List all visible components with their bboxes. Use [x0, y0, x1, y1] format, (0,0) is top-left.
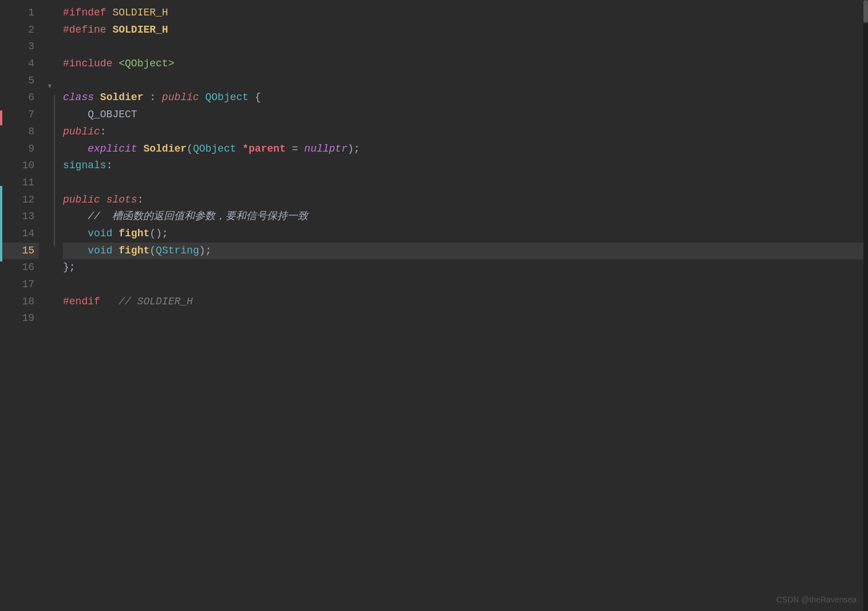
token-fight-15-close: );: [199, 243, 212, 260]
token-space4: [94, 89, 100, 106]
token-soldier-h-2: SOLDIER_H: [112, 22, 168, 39]
token-qobject-param: QObject: [193, 141, 236, 158]
token-qobject-macro: Q_OBJECT: [88, 106, 137, 124]
token-paren-open: (: [187, 141, 193, 158]
token-soldier-h-1: SOLDIER_H: [112, 5, 168, 22]
token-ifndef: #ifndef: [63, 5, 106, 22]
token-indent14: [63, 225, 88, 243]
ln-12: 12: [0, 192, 39, 209]
ln-2: 2: [0, 22, 39, 39]
watermark: CSDN @theRavensea: [776, 595, 857, 604]
token-space1: [106, 5, 113, 22]
token-qobject-include: <QObject>: [119, 55, 174, 73]
ln-9: 9: [0, 141, 39, 158]
ln-15: 15: [0, 243, 39, 260]
ln-11: 11: [0, 174, 39, 192]
code-line-10: signals :: [63, 157, 868, 174]
token-endif: #endif: [63, 293, 100, 311]
token-explicit: explicit: [88, 141, 137, 158]
code-line-7: Q_OBJECT: [63, 106, 868, 124]
token-slots-word: [100, 192, 106, 209]
ln-17: 17: [0, 276, 39, 293]
token-indent15: [63, 243, 88, 260]
token-soldier-ctor: Soldier: [143, 141, 187, 158]
token-public-slots-kw: public: [63, 192, 100, 209]
token-signals: signals: [63, 157, 106, 174]
ln-14: 14: [0, 225, 39, 243]
token-space6: [137, 141, 144, 158]
gutter: ▾: [46, 0, 57, 611]
code-line-8: public :: [63, 124, 868, 141]
code-line-19: [63, 310, 868, 327]
token-signals-colon: :: [106, 157, 113, 174]
code-line-17: [63, 276, 868, 293]
ln-8: 8: [0, 124, 39, 141]
code-line-3: [63, 38, 868, 55]
token-space3: [112, 55, 119, 73]
code-line-16: };: [63, 259, 868, 276]
code-editor: 1 2 3 4 5 6 7 8 9 10 11 12 13 14 15 16 1…: [0, 0, 868, 611]
token-close-brace: };: [63, 259, 76, 276]
token-open-brace: {: [248, 89, 261, 106]
code-line-13: // 槽函数的返回值和参数，要和信号保持一致: [63, 208, 868, 225]
token-space2: [106, 22, 113, 39]
code-line-12: public slots :: [63, 192, 868, 209]
code-line-1: #ifndef SOLDIER_H: [63, 5, 868, 22]
token-colon: :: [143, 89, 161, 106]
token-qobject-base: QObject: [205, 89, 248, 106]
token-fight-14: fight: [119, 225, 149, 243]
code-line-9: explicit Soldier ( QObject *parent = nul…: [63, 141, 868, 158]
token-slots-kw: slots: [106, 192, 137, 209]
token-space9: [112, 243, 119, 260]
token-indent9: [63, 141, 88, 158]
token-void-15: void: [88, 243, 112, 260]
code-area[interactable]: #ifndef SOLDIER_H #define SOLDIER_H #inc…: [57, 0, 868, 611]
ln-5: 5: [0, 73, 39, 90]
token-indent7: [63, 106, 88, 124]
ln-1: 1: [0, 5, 39, 22]
token-public-colon: :: [100, 124, 106, 141]
code-line-2: #define SOLDIER_H: [63, 22, 868, 39]
token-space7: [236, 141, 243, 158]
line-numbers: 1 2 3 4 5 6 7 8 9 10 11 12 13 14 15 16 1…: [0, 0, 46, 611]
token-public-inherit: public: [162, 89, 199, 106]
token-parent-param: *parent: [242, 141, 286, 158]
ln-10: 10: [0, 157, 39, 174]
token-endif-space: [100, 293, 119, 311]
ln-19: 19: [0, 310, 39, 327]
token-soldier-class: Soldier: [100, 89, 144, 106]
ln-16: 16: [0, 259, 39, 276]
code-line-5: [63, 73, 868, 90]
code-line-6: class Soldier : public QObject {: [63, 89, 868, 106]
token-fight-15: fight: [119, 243, 149, 260]
token-class: class: [63, 89, 94, 106]
token-public-kw: public: [63, 124, 100, 141]
token-slots-colon: :: [137, 192, 144, 209]
token-paren-close: );: [348, 141, 360, 158]
token-comment-chinese: // 槽函数的返回值和参数，要和信号保持一致: [88, 208, 308, 225]
code-line-18: #endif // SOLDIER_H: [63, 293, 868, 311]
token-void-14: void: [88, 225, 112, 243]
left-accent-public: [0, 110, 2, 125]
scrollbar-thumb[interactable]: [863, 0, 868, 23]
token-space5: [199, 89, 206, 106]
token-include: #include: [63, 55, 112, 73]
code-line-4: #include <QObject>: [63, 55, 868, 73]
ln-18: 18: [0, 293, 39, 311]
token-fight-15-open: (: [149, 243, 156, 260]
token-nullptr: nullptr: [304, 141, 348, 158]
token-fight-14-parens: ();: [149, 225, 168, 243]
scrollbar[interactable]: [863, 0, 868, 611]
token-indent13: [63, 208, 88, 225]
fold-indicator[interactable]: ▾: [47, 80, 53, 92]
ln-6: 6: [0, 89, 39, 106]
fold-vertical-bar: [54, 95, 55, 246]
ln-13: 13: [0, 208, 39, 225]
token-eq: =: [286, 141, 304, 158]
code-line-11: [63, 174, 868, 192]
ln-3: 3: [0, 38, 39, 55]
ln-7: 7: [0, 106, 39, 124]
left-accent-signals: [0, 186, 2, 261]
code-line-14: void fight ();: [63, 225, 868, 243]
code-line-15: void fight ( QString );: [63, 243, 868, 260]
